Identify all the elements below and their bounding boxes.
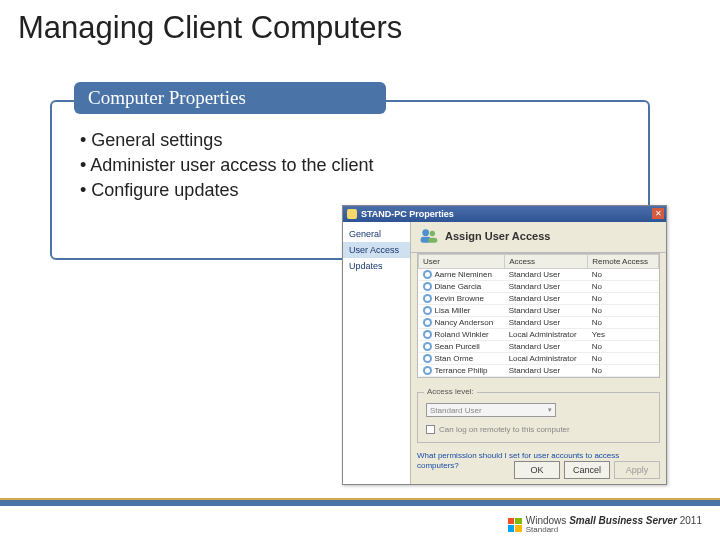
svg-point-1 — [430, 231, 435, 236]
user-name: Sean Purcell — [435, 342, 480, 351]
user-access: Local Administrator — [505, 353, 588, 365]
table-row[interactable]: Nancy AndersonStandard UserNo — [419, 317, 659, 329]
table-row[interactable]: Lisa MillerStandard UserNo — [419, 305, 659, 317]
access-level-group: Access level: Standard User ▾ Can log on… — [417, 392, 660, 443]
user-icon — [423, 282, 432, 291]
user-icon — [423, 354, 432, 363]
access-level-value: Standard User — [430, 406, 482, 415]
footer-logo: Windows Small Business Server 2011 Stand… — [508, 515, 702, 534]
user-icon — [423, 330, 432, 339]
user-remote: No — [588, 269, 659, 281]
properties-dialog: STAND-PC Properties ✕ General User Acces… — [342, 205, 667, 485]
dialog-sidebar: General User Access Updates — [343, 222, 411, 484]
user-remote: No — [588, 305, 659, 317]
dialog-main: Assign User Access User Access Remote Ac… — [411, 222, 666, 484]
col-user[interactable]: User — [419, 255, 505, 269]
apply-button[interactable]: Apply — [614, 461, 660, 479]
assign-title: Assign User Access — [445, 230, 550, 242]
user-access: Standard User — [505, 341, 588, 353]
ok-button[interactable]: OK — [514, 461, 560, 479]
user-access: Local Administrator — [505, 329, 588, 341]
box-header: Computer Properties — [74, 82, 386, 114]
svg-point-0 — [422, 229, 429, 236]
user-name: Nancy Anderson — [435, 318, 494, 327]
table-row[interactable]: Stan OrmeLocal AdministratorNo — [419, 353, 659, 365]
user-icon — [423, 306, 432, 315]
user-remote: No — [588, 341, 659, 353]
table-row[interactable]: Aarne NieminenStandard UserNo — [419, 269, 659, 281]
bullet-item: General settings — [80, 128, 373, 153]
dialog-titlebar[interactable]: STAND-PC Properties ✕ — [343, 206, 666, 222]
user-name: Terrance Philip — [435, 366, 488, 375]
user-access: Standard User — [505, 305, 588, 317]
svg-rect-3 — [428, 238, 437, 243]
user-icon — [423, 294, 432, 303]
cancel-button[interactable]: Cancel — [564, 461, 610, 479]
windows-flag-icon — [508, 518, 522, 532]
user-access: Standard User — [505, 317, 588, 329]
table-row[interactable]: Terrance PhilipStandard UserNo — [419, 365, 659, 377]
bullet-item: Administer user access to the client — [80, 153, 373, 178]
user-icon — [423, 342, 432, 351]
table-row[interactable]: Diane GarciaStandard UserNo — [419, 281, 659, 293]
user-remote: No — [588, 317, 659, 329]
table-row[interactable]: Sean PurcellStandard UserNo — [419, 341, 659, 353]
access-level-label: Access level: — [424, 387, 477, 396]
user-access-table: User Access Remote Access Aarne Nieminen… — [418, 254, 659, 377]
user-access: Standard User — [505, 293, 588, 305]
user-icon — [423, 318, 432, 327]
chevron-down-icon: ▾ — [548, 406, 552, 414]
footer-brand: Windows Small Business Server 2011 Stand… — [526, 515, 702, 534]
user-remote: No — [588, 353, 659, 365]
user-access: Standard User — [505, 269, 588, 281]
user-name: Roland Winkler — [435, 330, 489, 339]
footer-band — [0, 498, 720, 506]
slide-title: Managing Client Computers — [0, 0, 720, 52]
access-level-select[interactable]: Standard User ▾ — [426, 403, 556, 417]
user-remote: Yes — [588, 329, 659, 341]
user-access: Standard User — [505, 281, 588, 293]
table-row[interactable]: Kevin BrowneStandard UserNo — [419, 293, 659, 305]
sidebar-item-general[interactable]: General — [343, 226, 410, 242]
sidebar-item-user-access[interactable]: User Access — [343, 242, 410, 258]
users-icon — [419, 226, 439, 246]
col-access[interactable]: Access — [505, 255, 588, 269]
user-name: Aarne Nieminen — [435, 270, 492, 279]
user-icon — [423, 366, 432, 375]
user-access: Standard User — [505, 365, 588, 377]
close-icon[interactable]: ✕ — [652, 208, 664, 219]
user-remote: No — [588, 281, 659, 293]
col-remote[interactable]: Remote Access — [588, 255, 659, 269]
user-name: Lisa Miller — [435, 306, 471, 315]
user-name: Kevin Browne — [435, 294, 484, 303]
bullet-item: Configure updates — [80, 178, 373, 203]
table-row[interactable]: Roland WinklerLocal AdministratorYes — [419, 329, 659, 341]
user-remote: No — [588, 365, 659, 377]
dialog-title: STAND-PC Properties — [361, 209, 454, 219]
remote-logon-checkbox[interactable] — [426, 425, 435, 434]
window-icon — [347, 209, 357, 219]
remote-logon-label: Can log on remotely to this computer — [439, 425, 570, 434]
user-remote: No — [588, 293, 659, 305]
sidebar-item-updates[interactable]: Updates — [343, 258, 410, 274]
bullet-list: General settings Administer user access … — [80, 128, 373, 204]
user-name: Stan Orme — [435, 354, 474, 363]
user-name: Diane Garcia — [435, 282, 482, 291]
user-icon — [423, 270, 432, 279]
